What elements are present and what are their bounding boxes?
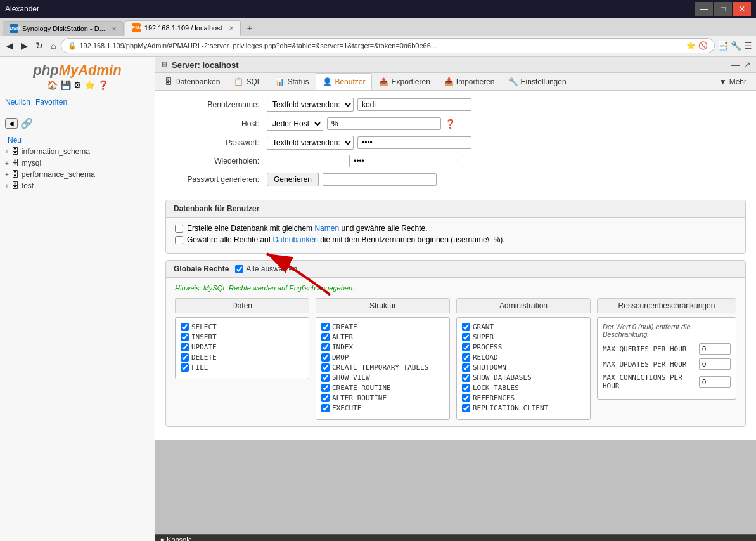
- logo-icon-fav[interactable]: ⭐: [84, 80, 95, 90]
- db-item-performance-schema[interactable]: + 🗄 performance_schema: [0, 169, 155, 180]
- label-create-routine[interactable]: CREATE ROUTINE: [332, 384, 391, 392]
- maximize-button[interactable]: □: [714, 2, 732, 16]
- checkbox-drop[interactable]: [321, 353, 330, 362]
- tab-pma[interactable]: PMA 192.168.1.109 / localhost ✕: [125, 20, 241, 36]
- checkbox-references[interactable]: [462, 394, 470, 402]
- db-item-new[interactable]: Neu: [0, 134, 155, 146]
- checkbox-grant[interactable]: [462, 323, 470, 331]
- back-button[interactable]: ◀: [4, 39, 16, 52]
- db-item-test[interactable]: + 🗄 test: [0, 180, 155, 192]
- checkbox-create-routine[interactable]: [321, 384, 330, 392]
- tab-importieren[interactable]: 📥 Importieren: [437, 73, 502, 90]
- tab-dsm[interactable]: DSM Synology DiskStation - D... ✕: [3, 21, 124, 36]
- checkbox-show-view[interactable]: [321, 374, 330, 382]
- label-references[interactable]: REFERENCES: [473, 394, 515, 402]
- logo-icon-help[interactable]: ❓: [98, 80, 108, 90]
- generieren-button[interactable]: Generieren: [267, 173, 319, 186]
- label-shutdown[interactable]: SHUTDOWN: [473, 363, 506, 372]
- checkbox-show-databases[interactable]: [462, 374, 470, 382]
- label-process[interactable]: PROCESS: [473, 343, 502, 351]
- checkbox-shutdown[interactable]: [462, 363, 470, 372]
- label-update[interactable]: UPDATE: [191, 343, 217, 351]
- label-reload[interactable]: RELOAD: [473, 353, 498, 362]
- checkbox-replication-client[interactable]: [462, 404, 470, 412]
- checkbox-index[interactable]: [321, 343, 330, 351]
- tab-dsm-close[interactable]: ✕: [112, 25, 117, 32]
- checkbox-create-temp[interactable]: [321, 363, 330, 372]
- extensions-icon[interactable]: 🔧: [731, 41, 741, 51]
- checkbox-process[interactable]: [462, 343, 470, 351]
- label-delete[interactable]: DELETE: [191, 353, 217, 362]
- expand-icon[interactable]: ↗: [743, 60, 751, 70]
- label-show-view[interactable]: SHOW VIEW: [332, 374, 370, 382]
- tab-mehr[interactable]: ▼ Mehr: [712, 73, 753, 90]
- label-drop[interactable]: DROP: [332, 353, 349, 362]
- home-button[interactable]: ⌂: [48, 39, 58, 52]
- tab-einstellungen[interactable]: 🔧 Einstellungen: [502, 73, 573, 90]
- checkbox-insert[interactable]: [181, 333, 189, 341]
- minimize-button[interactable]: —: [695, 2, 713, 16]
- checkbox-file[interactable]: [181, 363, 189, 372]
- host-select[interactable]: Jeder Host: [267, 117, 323, 131]
- forward-button[interactable]: ▶: [18, 39, 30, 52]
- close-button[interactable]: ✕: [733, 2, 751, 16]
- label-alter[interactable]: ALTER: [332, 333, 353, 341]
- checkbox-gewaehre[interactable]: [175, 236, 183, 244]
- form-scroll-area[interactable]: Benutzername: Textfeld verwenden: Host: …: [155, 91, 756, 534]
- checkbox-alter[interactable]: [321, 333, 330, 341]
- benutzername-select[interactable]: Textfeld verwenden:: [267, 98, 354, 112]
- reload-button[interactable]: ↻: [33, 39, 46, 52]
- checkbox-alter-routine[interactable]: [321, 394, 330, 402]
- logo-icon-db[interactable]: 💾: [60, 80, 71, 90]
- favoriten-link[interactable]: Favoriten: [35, 98, 67, 107]
- label-show-databases[interactable]: SHOW DATABASES: [473, 374, 532, 382]
- tab-benutzer[interactable]: 👤 Benutzer: [316, 73, 372, 90]
- bookmark-icon[interactable]: 📑: [717, 41, 728, 51]
- label-create[interactable]: CREATE: [332, 323, 357, 331]
- tab-sql[interactable]: 📋 SQL: [227, 73, 268, 90]
- resource-input-updates[interactable]: [699, 358, 731, 370]
- passwort-input[interactable]: [357, 136, 471, 149]
- host-input[interactable]: [327, 117, 441, 130]
- db-item-mysql[interactable]: + 🗄 mysql: [0, 157, 155, 169]
- logo-icon-settings[interactable]: ⚙: [74, 80, 82, 90]
- benutzername-input[interactable]: [357, 98, 471, 111]
- new-tab-button[interactable]: +: [242, 20, 257, 36]
- wiederholen-input[interactable]: [349, 155, 463, 167]
- tab-exportieren[interactable]: 📤 Exportieren: [372, 73, 437, 90]
- resource-input-connections[interactable]: [699, 376, 731, 388]
- checkbox-execute[interactable]: [321, 404, 330, 412]
- label-grant[interactable]: GRANT: [473, 323, 494, 331]
- label-execute[interactable]: EXECUTE: [332, 404, 361, 412]
- checkbox-select[interactable]: [181, 323, 189, 331]
- resource-input-queries[interactable]: [699, 343, 731, 355]
- checkbox-erstelle[interactable]: [175, 225, 183, 233]
- tab-pma-close[interactable]: ✕: [229, 25, 234, 32]
- tab-datenbanken[interactable]: 🗄 Datenbanken: [158, 73, 227, 90]
- konsole-bar[interactable]: ■ Konsole: [155, 534, 756, 541]
- label-index[interactable]: INDEX: [332, 343, 353, 351]
- db-item-information-schema[interactable]: + 🗄 information_schema: [0, 146, 155, 157]
- label-lock-tables[interactable]: LOCK TABLES: [473, 384, 519, 392]
- passwort-select[interactable]: Textfeld verwenden:: [267, 136, 354, 150]
- checkbox-reload[interactable]: [462, 353, 470, 362]
- label-replication-client[interactable]: REPLICATION CLIENT: [473, 404, 548, 412]
- alle-auswaehlen-label[interactable]: Alle auswählen: [235, 264, 297, 273]
- label-alter-routine[interactable]: ALTER ROUTINE: [332, 394, 387, 402]
- host-help-icon[interactable]: ❓: [445, 119, 456, 129]
- sidebar-collapse-btn[interactable]: ◀: [5, 118, 18, 129]
- label-super[interactable]: SUPER: [473, 333, 494, 341]
- collapse-icon[interactable]: —: [731, 60, 740, 70]
- logo-icon-home[interactable]: 🏠: [47, 80, 58, 90]
- checkbox-lock-tables[interactable]: [462, 384, 470, 392]
- checkbox-create[interactable]: [321, 323, 330, 331]
- generieren-output[interactable]: [323, 173, 437, 186]
- menu-icon[interactable]: ☰: [744, 41, 752, 51]
- neulich-link[interactable]: Neulich: [5, 98, 30, 107]
- checkbox-super[interactable]: [462, 333, 470, 341]
- address-bar[interactable]: 🔒 192.168.1.109/phpMyAdmin/#PMAURL-2:ser…: [61, 38, 715, 53]
- checkbox-update[interactable]: [181, 343, 189, 351]
- label-file[interactable]: FILE: [191, 363, 208, 372]
- label-insert[interactable]: INSERT: [191, 333, 217, 341]
- alle-auswaehlen-checkbox[interactable]: [235, 265, 243, 273]
